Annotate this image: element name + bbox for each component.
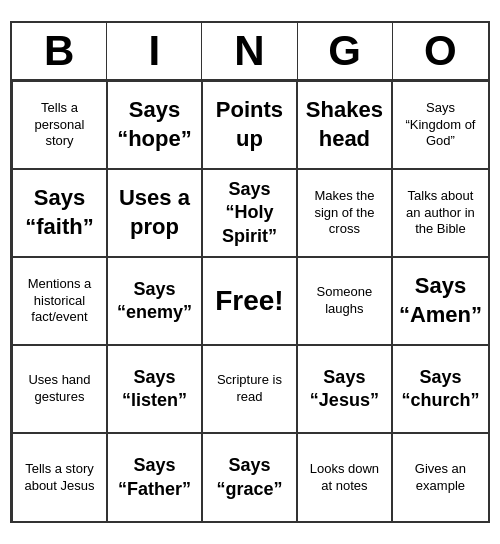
bingo-cell-23: Looks down at notes	[297, 433, 392, 521]
bingo-cell-7: Says “Holy Spirit”	[202, 169, 297, 257]
bingo-card: BINGO Tells a personal storySays “hope”P…	[10, 21, 490, 523]
bingo-cell-19: Says “church”	[392, 345, 488, 433]
bingo-cell-17: Scripture is read	[202, 345, 297, 433]
bingo-cell-21: Says “Father”	[107, 433, 202, 521]
bingo-cell-6: Uses a prop	[107, 169, 202, 257]
bingo-cell-2: Points up	[202, 81, 297, 169]
bingo-cell-22: Says “grace”	[202, 433, 297, 521]
bingo-cell-5: Says “faith”	[12, 169, 107, 257]
bingo-cell-13: Someone laughs	[297, 257, 392, 345]
bingo-grid: Tells a personal storySays “hope”Points …	[12, 81, 488, 521]
bingo-cell-0: Tells a personal story	[12, 81, 107, 169]
bingo-cell-14: Says “Amen”	[392, 257, 488, 345]
bingo-cell-20: Tells a story about Jesus	[12, 433, 107, 521]
bingo-cell-1: Says “hope”	[107, 81, 202, 169]
bingo-cell-3: Shakes head	[297, 81, 392, 169]
bingo-cell-11: Says “enemy”	[107, 257, 202, 345]
bingo-cell-24: Gives an example	[392, 433, 488, 521]
bingo-cell-15: Uses hand gestures	[12, 345, 107, 433]
bingo-cell-18: Says “Jesus”	[297, 345, 392, 433]
bingo-cell-4: Says “Kingdom of God”	[392, 81, 488, 169]
bingo-cell-8: Makes the sign of the cross	[297, 169, 392, 257]
bingo-cell-10: Mentions a historical fact/event	[12, 257, 107, 345]
bingo-cell-9: Talks about an author in the Bible	[392, 169, 488, 257]
bingo-letter-g: G	[298, 23, 393, 79]
bingo-cell-16: Says “listen”	[107, 345, 202, 433]
bingo-cell-12: Free!	[202, 257, 297, 345]
bingo-letter-i: I	[107, 23, 202, 79]
bingo-header: BINGO	[12, 23, 488, 81]
bingo-letter-b: B	[12, 23, 107, 79]
bingo-letter-n: N	[202, 23, 297, 79]
bingo-letter-o: O	[393, 23, 488, 79]
